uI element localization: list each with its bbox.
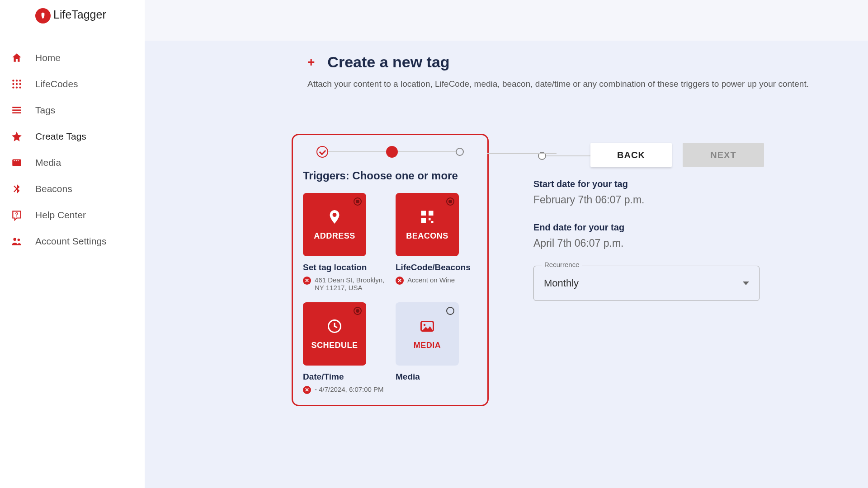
nav-label: Create Tags <box>35 131 86 142</box>
radio-selected-icon <box>354 307 362 315</box>
nav-label: Home <box>35 52 61 63</box>
media-sub: Media <box>396 372 477 382</box>
radio-unselected-icon <box>446 307 454 315</box>
nav: Home LifeCodes Tags Create Tags Media Be… <box>0 36 145 254</box>
start-label: Start date for your tag <box>533 179 769 189</box>
svg-text:?: ? <box>15 211 18 218</box>
beacons-text: Accent on Wine <box>407 276 455 284</box>
svg-point-0 <box>12 80 14 81</box>
radio-selected-icon <box>446 197 454 206</box>
svg-rect-11 <box>12 112 21 113</box>
page-title: Create a new tag <box>327 53 449 71</box>
trigger-beacons: BEACONS LifeCode/Beacons ✕ Accent on Win… <box>396 193 477 291</box>
svg-point-15 <box>18 239 20 241</box>
end-label: End date for your tag <box>533 222 769 233</box>
svg-point-7 <box>16 86 18 88</box>
nav-label: Beacons <box>35 183 72 194</box>
svg-point-23 <box>424 324 426 326</box>
sidebar-item-beacons[interactable]: Beacons <box>0 176 145 202</box>
address-sub: Set tag location <box>303 263 385 272</box>
svg-point-3 <box>12 83 14 85</box>
media-card[interactable]: MEDIA <box>396 302 459 366</box>
beacons-card[interactable]: BEACONS <box>396 193 459 256</box>
card-label: BEACONS <box>406 231 448 241</box>
main: + Create a new tag Attach your content t… <box>145 0 868 488</box>
media-icon <box>11 157 23 169</box>
home-icon <box>11 52 23 64</box>
recurrence-select[interactable]: Monthly <box>533 266 760 301</box>
next-button: NEXT <box>683 143 764 167</box>
svg-point-4 <box>16 83 18 85</box>
page-subtitle: Attach your content to a location, LifeC… <box>307 79 809 89</box>
svg-rect-18 <box>421 218 426 223</box>
end-value[interactable]: April 7th 06:07 p.m. <box>533 237 769 249</box>
people-icon <box>11 235 23 247</box>
svg-point-1 <box>16 80 18 81</box>
card-label: SCHEDULE <box>311 341 358 350</box>
nav-label: Media <box>35 157 61 168</box>
sidebar-item-account[interactable]: Account Settings <box>0 228 145 254</box>
svg-rect-10 <box>12 109 21 111</box>
triggers-panel: Triggers: Choose one or more ADDRESS Set… <box>292 134 489 406</box>
pin-icon <box>326 209 343 225</box>
plus-icon: + <box>307 55 315 70</box>
sidebar-item-lifecodes[interactable]: LifeCodes <box>0 71 145 97</box>
address-text: 461 Dean St, Brooklyn, NY 11217, USA <box>315 276 385 291</box>
brand-name: LifeTagger <box>53 8 106 21</box>
radio-selected-icon <box>354 197 362 206</box>
step-2[interactable] <box>386 146 398 158</box>
help-icon: ? <box>11 209 23 221</box>
card-label: MEDIA <box>414 341 441 350</box>
star-icon <box>11 131 23 142</box>
schedule-text: - 4/7/2024, 6:07:00 PM <box>315 385 384 393</box>
schedule-details: Start date for your tag February 7th 06:… <box>533 179 769 301</box>
logo[interactable]: LifeTagger <box>0 8 145 36</box>
start-value[interactable]: February 7th 06:07 p.m. <box>533 194 769 206</box>
back-button[interactable]: BACK <box>590 143 672 167</box>
remove-schedule-icon[interactable]: ✕ <box>303 386 311 394</box>
wizard-nav: BACK NEXT <box>590 143 764 167</box>
sidebar-item-tags[interactable]: Tags <box>0 97 145 123</box>
sidebar-item-home[interactable]: Home <box>0 45 145 71</box>
card-label: ADDRESS <box>314 231 355 241</box>
schedule-card[interactable]: SCHEDULE <box>303 302 366 366</box>
trigger-media: MEDIA Media <box>396 302 477 394</box>
beacons-detail-row: ✕ Accent on Wine <box>396 276 477 285</box>
schedule-sub: Date/Time <box>303 372 385 382</box>
sidebar-item-help[interactable]: ? Help Center <box>0 202 145 228</box>
svg-rect-19 <box>429 218 431 221</box>
chevron-down-icon <box>743 282 749 285</box>
panel-stepper <box>303 146 477 158</box>
remove-address-icon[interactable]: ✕ <box>303 277 311 285</box>
step-3-inner[interactable] <box>456 148 464 156</box>
nav-label: Help Center <box>35 210 86 221</box>
step-1[interactable] <box>316 146 328 158</box>
svg-rect-20 <box>431 221 434 223</box>
recurrence-field: Recurrence Monthly <box>533 266 760 301</box>
start-date-block: Start date for your tag February 7th 06:… <box>533 179 769 206</box>
beacons-sub: LifeCode/Beacons <box>396 263 477 272</box>
grid-dots-icon <box>11 78 23 90</box>
remove-beacon-icon[interactable]: ✕ <box>396 277 404 285</box>
qr-icon <box>419 209 435 225</box>
nav-label: Tags <box>35 105 55 116</box>
clock-icon <box>326 318 343 334</box>
svg-rect-16 <box>421 211 426 216</box>
sidebar-item-create-tags[interactable]: Create Tags <box>0 123 145 150</box>
sidebar: LifeTagger Home LifeCodes Tags Create Ta… <box>0 0 145 488</box>
list-icon <box>11 104 23 116</box>
nav-label: LifeCodes <box>35 79 78 89</box>
address-detail-row: ✕ 461 Dean St, Brooklyn, NY 11217, USA <box>303 276 385 291</box>
address-card[interactable]: ADDRESS <box>303 193 366 256</box>
svg-point-8 <box>19 86 21 88</box>
panel-title: Triggers: Choose one or more <box>303 169 477 182</box>
schedule-detail-row: ✕ - 4/7/2024, 6:07:00 PM <box>303 385 385 394</box>
svg-point-2 <box>19 80 21 81</box>
nav-label: Account Settings <box>35 236 107 247</box>
sidebar-item-media[interactable]: Media <box>0 150 145 176</box>
svg-point-6 <box>12 86 14 88</box>
svg-rect-9 <box>12 107 21 108</box>
svg-point-5 <box>19 83 21 85</box>
bluetooth-icon <box>11 183 23 195</box>
image-icon <box>419 318 435 334</box>
